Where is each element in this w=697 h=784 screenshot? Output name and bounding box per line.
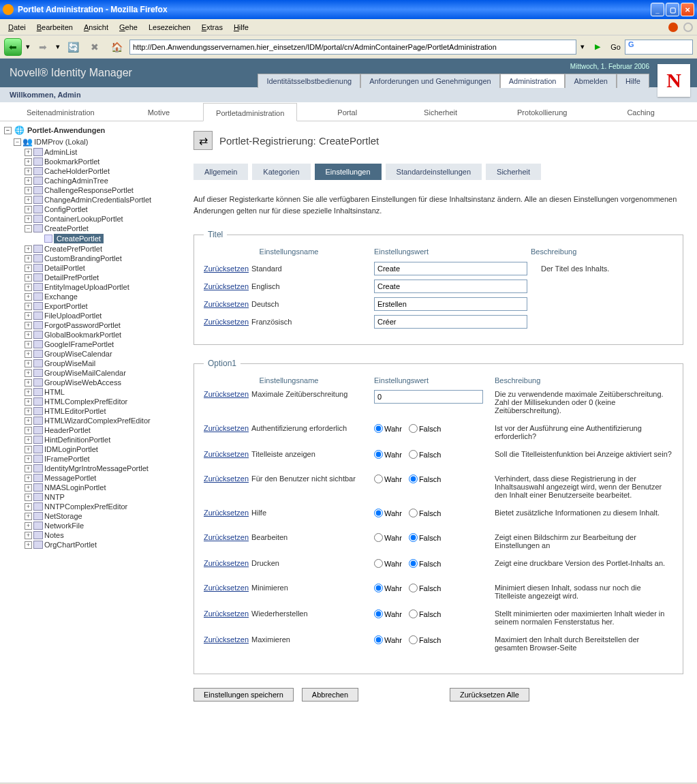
- forward-dropdown[interactable]: ▾: [56, 42, 60, 51]
- reset-link[interactable]: Zurücksetzen: [204, 559, 249, 567]
- expand-icon[interactable]: +: [25, 370, 32, 377]
- expand-icon[interactable]: +: [25, 541, 32, 549]
- subnav-portal[interactable]: Portal: [324, 102, 370, 121]
- adblock-icon[interactable]: [668, 22, 678, 32]
- tree-item[interactable]: + ChallengeResponsePortlet: [3, 185, 177, 195]
- expand-icon[interactable]: +: [25, 303, 32, 310]
- expand-icon[interactable]: +: [25, 206, 32, 213]
- minimize-button[interactable]: _: [651, 3, 664, 16]
- expand-icon[interactable]: +: [25, 284, 32, 291]
- url-input[interactable]: [129, 40, 576, 55]
- tree-item[interactable]: + AdminList: [3, 147, 177, 157]
- expand-icon[interactable]: +: [25, 168, 32, 175]
- radio-falsch[interactable]: Falsch: [409, 635, 441, 644]
- expand-icon[interactable]: +: [25, 465, 32, 472]
- tree-item[interactable]: + GroupWiseWebAccess: [3, 378, 177, 387]
- tree-item[interactable]: + HTMLEditorPortlet: [3, 406, 177, 416]
- collapse-icon[interactable]: −: [4, 127, 12, 134]
- tree-item[interactable]: + Exchange: [3, 292, 177, 301]
- expand-icon[interactable]: +: [25, 177, 32, 185]
- reset-link[interactable]: Zurücksetzen: [204, 318, 249, 326]
- tree-root[interactable]: − Portlet-Anwendungen: [3, 124, 177, 136]
- menu-help[interactable]: Hilfe: [230, 22, 253, 33]
- expand-icon[interactable]: +: [25, 446, 32, 453]
- tree-item[interactable]: + DetailPortlet: [3, 263, 177, 273]
- tree-item[interactable]: + ConfigPortlet: [3, 205, 177, 214]
- tab-help[interactable]: Hilfe: [617, 74, 649, 88]
- tree-item[interactable]: + IDMLoginPortlet: [3, 444, 177, 454]
- subnav-pages[interactable]: Seitenadministration: [14, 102, 108, 121]
- tree-item[interactable]: + NNTP: [3, 492, 177, 502]
- expand-icon[interactable]: +: [25, 360, 32, 367]
- tree-item[interactable]: + HeaderPortlet: [3, 425, 177, 435]
- reset-all-button[interactable]: Zurücksetzen Alle: [450, 688, 529, 702]
- tree-item[interactable]: + ChangeAdminCredentialsPortlet: [3, 195, 177, 205]
- tree-item[interactable]: + NetworkFile: [3, 521, 177, 530]
- tab-categories[interactable]: Kategorien: [252, 164, 310, 180]
- tree-item[interactable]: + BookmarkPortlet: [3, 157, 177, 166]
- search-box[interactable]: [625, 40, 693, 55]
- reload-button[interactable]: [64, 38, 82, 56]
- setting-input[interactable]: [374, 280, 527, 293]
- expand-icon[interactable]: +: [25, 149, 32, 156]
- tree-item[interactable]: + CustomBrandingPortlet: [3, 254, 177, 263]
- expand-icon[interactable]: +: [25, 408, 32, 415]
- setting-input[interactable]: [374, 297, 527, 311]
- subnav-logging[interactable]: Protokollierung: [504, 102, 580, 121]
- radio-falsch[interactable]: Falsch: [409, 424, 441, 433]
- expand-icon[interactable]: +: [25, 522, 32, 530]
- tree-item[interactable]: + CachingAdminTree: [3, 176, 177, 185]
- tab-logout[interactable]: Abmelden: [565, 74, 617, 88]
- expand-icon[interactable]: +: [25, 389, 32, 396]
- collapse-icon[interactable]: −: [14, 138, 21, 146]
- tree-item[interactable]: + CacheHolderPortlet: [3, 166, 177, 176]
- back-dropdown[interactable]: ▾: [26, 42, 30, 51]
- setting-input[interactable]: [374, 262, 527, 275]
- reset-link[interactable]: Zurücksetzen: [204, 474, 249, 483]
- reset-link[interactable]: Zurücksetzen: [204, 282, 249, 290]
- tab-general[interactable]: Allgemein: [193, 164, 248, 180]
- subnav-themes[interactable]: Motive: [135, 102, 183, 121]
- expand-icon[interactable]: +: [25, 274, 32, 282]
- expand-icon[interactable]: +: [25, 158, 32, 166]
- expand-icon[interactable]: +: [25, 245, 32, 253]
- expand-icon[interactable]: +: [25, 484, 32, 492]
- radio-wahr[interactable]: Wahr: [374, 474, 402, 483]
- subnav-security[interactable]: Sicherheit: [411, 102, 470, 121]
- expand-icon[interactable]: +: [25, 417, 32, 425]
- reset-link[interactable]: Zurücksetzen: [204, 390, 249, 398]
- tree-item[interactable]: + GroupWiseMailCalendar: [3, 368, 177, 378]
- tree-item[interactable]: + GroupWiseMail: [3, 359, 177, 368]
- tab-defaults[interactable]: Standardeinstellungen: [386, 164, 482, 180]
- reset-link[interactable]: Zurücksetzen: [204, 424, 249, 432]
- tab-settings[interactable]: Einstellungen: [315, 164, 382, 180]
- menu-view[interactable]: Ansicht: [80, 22, 112, 33]
- expand-icon[interactable]: +: [25, 398, 32, 406]
- radio-falsch[interactable]: Falsch: [409, 584, 441, 592]
- save-button[interactable]: Einstellungen speichern: [193, 688, 294, 702]
- tree-item[interactable]: + GlobalBookmarkPortlet: [3, 330, 177, 340]
- tree-item[interactable]: + HintDefinitionPortlet: [3, 435, 177, 444]
- menu-bookmarks[interactable]: Lesezeichen: [144, 22, 195, 33]
- tree-item[interactable]: + ContainerLookupPortlet: [3, 214, 177, 224]
- expand-icon[interactable]: +: [25, 331, 32, 339]
- tree-item[interactable]: + ForgotPasswordPortlet: [3, 320, 177, 330]
- tree-item[interactable]: + IdentityMgrIntroMessagePortlet: [3, 464, 177, 473]
- radio-wahr[interactable]: Wahr: [374, 533, 402, 542]
- tree-item[interactable]: + HTMLComplexPrefEditor: [3, 397, 177, 406]
- expand-icon[interactable]: +: [25, 196, 32, 204]
- tree-item[interactable]: + GroupWiseCalendar: [3, 349, 177, 359]
- collapse-icon[interactable]: −: [25, 225, 32, 232]
- radio-falsch[interactable]: Falsch: [409, 609, 441, 618]
- tree-item[interactable]: − CreatePortlet: [3, 224, 177, 233]
- setting-input[interactable]: [374, 390, 483, 404]
- subnav-portlet[interactable]: Portletadministration: [203, 103, 297, 121]
- tree-item[interactable]: + HTMLWizardComplexPrefEditor: [3, 416, 177, 425]
- radio-falsch[interactable]: Falsch: [409, 450, 441, 459]
- expand-icon[interactable]: +: [25, 436, 32, 444]
- expand-icon[interactable]: +: [25, 455, 32, 463]
- radio-falsch[interactable]: Falsch: [409, 509, 441, 517]
- menu-go[interactable]: Gehe: [115, 22, 142, 33]
- radio-wahr[interactable]: Wahr: [374, 559, 402, 568]
- radio-falsch[interactable]: Falsch: [409, 559, 441, 568]
